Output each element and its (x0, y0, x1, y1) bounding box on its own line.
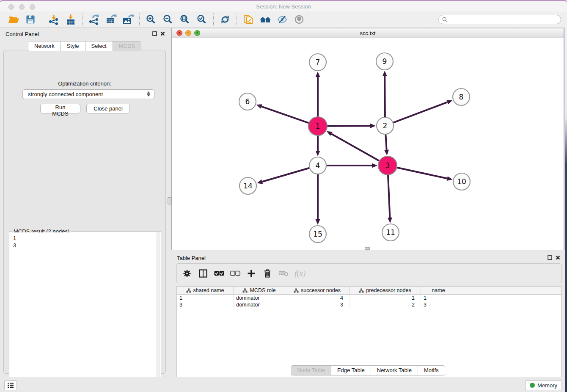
delete-column-trash-icon[interactable] (262, 268, 272, 279)
column-header-successor-nodes[interactable]: successor nodes (285, 287, 350, 294)
dropdown-stepper-icon (147, 91, 150, 97)
graph-edge-4-3[interactable] (325, 163, 377, 168)
control-panel-tabs: NetworkStyleSelectMCDS (0, 41, 169, 51)
export-table-icon[interactable] (102, 12, 119, 27)
graph-edge-2-3[interactable] (384, 133, 389, 155)
list-icon (7, 382, 14, 388)
clone-network-icon[interactable] (240, 12, 257, 27)
task-history-button[interactable] (4, 380, 17, 390)
column-header-MCDS-role[interactable]: MCDS role (234, 287, 285, 294)
graph-node-2[interactable]: 2 (377, 117, 394, 134)
run-mcds-button[interactable]: Run MCDS (40, 104, 80, 113)
graph-edge-4-14[interactable] (257, 168, 311, 184)
column-header-predecessor-nodes[interactable]: predecessor nodes (350, 287, 421, 294)
zoom-fit-icon[interactable] (176, 12, 193, 27)
memory-button[interactable]: Memory (525, 380, 562, 390)
tab-mcds[interactable]: MCDS (113, 41, 141, 51)
save-session-icon[interactable] (22, 12, 39, 27)
tab-select[interactable]: Select (85, 41, 113, 51)
float-table-panel-icon[interactable] (548, 255, 552, 260)
graph-node-3[interactable]: 3 (378, 156, 397, 175)
table-cell: 3 (177, 301, 234, 308)
table-tab-network-table[interactable]: Network Table (371, 366, 418, 375)
graph-node-4[interactable]: 4 (309, 157, 326, 174)
column-header-shared-name[interactable]: shared name (177, 287, 234, 294)
mcds-tab-content: Optimization criterion: strongly connect… (3, 50, 166, 374)
zoom-in-icon[interactable] (143, 12, 160, 27)
add-column-icon[interactable] (246, 268, 256, 279)
graph-edge-4-15[interactable] (316, 173, 320, 225)
graph-node-6[interactable]: 6 (239, 93, 256, 110)
criterion-dropdown-value: strongly connected component (28, 91, 103, 97)
network-window-titlebar: × − + scc.txt (172, 28, 564, 38)
export-network-icon[interactable] (85, 12, 102, 27)
graph-node-8[interactable]: 8 (453, 88, 470, 105)
tab-style[interactable]: Style (61, 41, 85, 51)
graph-edge-3-10[interactable] (396, 167, 453, 181)
graph-node-14[interactable]: 14 (239, 177, 256, 194)
settings-gear-icon[interactable] (182, 268, 192, 279)
search-input[interactable] (450, 17, 557, 22)
table-cell: 1 (421, 295, 456, 301)
table-tab-edge-table[interactable]: Edge Table (331, 366, 371, 375)
svg-text:11: 11 (386, 228, 395, 237)
table-tab-motifs[interactable]: Motifs (418, 366, 445, 375)
mcds-result-list[interactable]: 1 3 (10, 232, 160, 392)
network-view-window: × − + scc.txt 7968124314101511 (171, 28, 564, 250)
hierarchy-icon (359, 288, 364, 293)
toolbar-separator (42, 13, 42, 26)
graph-node-9[interactable]: 9 (376, 53, 393, 70)
column-layout-icon[interactable] (198, 268, 208, 279)
close-panel-button[interactable]: Close panel (86, 104, 130, 113)
search-field[interactable] (438, 15, 561, 24)
float-panel-icon[interactable] (152, 31, 157, 36)
graph-edge-3-1[interactable] (327, 131, 380, 161)
graph-node-1[interactable]: 1 (308, 117, 327, 135)
graph-edge-1-6[interactable] (256, 104, 310, 123)
hierarchy-icon (186, 288, 191, 293)
graph-node-15[interactable]: 15 (309, 226, 326, 243)
table-row[interactable]: 1dominator411 (177, 295, 561, 301)
graph-edge-3-11[interactable] (388, 174, 392, 223)
graph-edge-1-7[interactable] (316, 72, 320, 118)
hide-details-eye-icon[interactable] (274, 12, 291, 27)
table-cell: dominator (234, 295, 285, 301)
select-all-checkboxes-icon[interactable] (214, 268, 224, 279)
close-table-panel-icon[interactable] (556, 255, 560, 260)
table-tab-node-table[interactable]: Node Table (291, 366, 331, 375)
table-cell: 1 (177, 295, 234, 301)
open-file-icon[interactable] (5, 12, 22, 27)
control-panel-title: Control Panel (6, 31, 39, 37)
refresh-icon[interactable] (217, 12, 234, 27)
zoom-selected-icon[interactable] (193, 12, 210, 27)
zoom-out-icon[interactable] (160, 12, 176, 27)
graph-edge-1-2[interactable] (326, 124, 376, 128)
deselect-all-checkboxes-icon[interactable] (230, 268, 240, 279)
import-network-icon[interactable] (45, 12, 62, 27)
column-header-name[interactable]: name (421, 287, 456, 294)
import-table-icon[interactable] (62, 12, 79, 27)
graph-edge-1-4[interactable] (316, 135, 320, 156)
window-title: Session: New Session (0, 3, 567, 10)
graph-edge-2-9[interactable] (383, 71, 387, 118)
table-row[interactable]: 3dominator323 (177, 301, 561, 308)
tab-network[interactable]: Network (28, 41, 61, 51)
window-titlebar: Session: New Session (0, 0, 567, 11)
table-panel-tabs: Node TableEdge TableNetwork TableMotifs (171, 365, 564, 375)
export-image-icon[interactable] (119, 12, 136, 27)
graph-node-7[interactable]: 7 (309, 54, 326, 71)
criterion-dropdown[interactable]: strongly connected component (22, 89, 154, 99)
canvas-resize-grip[interactable] (365, 247, 370, 250)
panel-divider-grip[interactable] (168, 197, 171, 204)
network-canvas[interactable]: 7968124314101511 (172, 39, 564, 250)
desktop-background-sliver (565, 25, 567, 392)
result-scrollbar[interactable] (157, 232, 160, 392)
home-view-icon[interactable] (257, 12, 274, 27)
function-builder-icon[interactable]: f(x) (295, 268, 306, 279)
graph-edge-2-8[interactable] (392, 100, 453, 123)
graph-node-11[interactable]: 11 (382, 224, 399, 241)
delete-table-icon[interactable] (278, 268, 289, 279)
graph-node-10[interactable]: 10 (453, 173, 470, 190)
close-panel-icon[interactable] (160, 31, 165, 36)
show-details-eye-icon[interactable] (291, 12, 308, 27)
